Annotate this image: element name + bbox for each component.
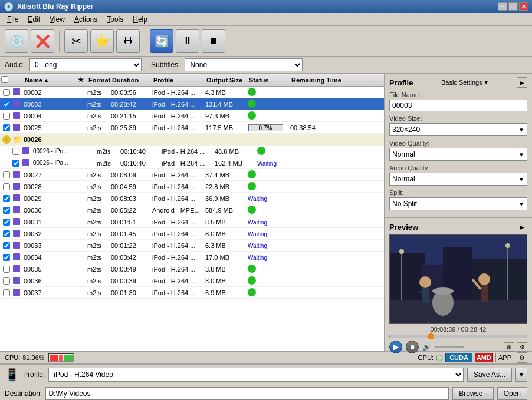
row-status: [248, 100, 290, 109]
audioquality-select[interactable]: Normal ▼: [389, 173, 527, 186]
preview-title: Preview: [389, 223, 418, 232]
row-checkbox[interactable]: [12, 148, 19, 155]
browse-button[interactable]: Browse -: [452, 387, 493, 400]
row-checkbox[interactable]: [3, 113, 10, 120]
list-item[interactable]: 00034 m2ts 00:03:42 iPod - H.264 ... 17.…: [0, 252, 384, 263]
list-item[interactable]: 00002 m2ts 00:00:56 iPod - H.264 ... 4.3…: [0, 87, 384, 98]
row-profile: iPod - H.264 ...: [152, 242, 205, 249]
list-item[interactable]: 00027 m2ts 00:08:09 iPod - H.264 ... 37.…: [0, 169, 384, 181]
menu-tools[interactable]: Tools: [102, 14, 128, 25]
preview-expand-button[interactable]: ▶: [517, 222, 527, 232]
remove-button[interactable]: ❌: [31, 29, 54, 53]
row-checkbox[interactable]: [3, 230, 10, 237]
row-checkbox[interactable]: [3, 242, 10, 249]
close-button[interactable]: ✕: [519, 2, 528, 11]
stop-button[interactable]: ⏹: [202, 29, 225, 53]
open-button[interactable]: Open: [497, 387, 527, 400]
app-button[interactable]: APP: [495, 353, 514, 362]
svg-point-11: [432, 287, 454, 295]
videosize-select[interactable]: 320×240 ▼: [389, 123, 527, 136]
effects-button[interactable]: ⭐: [90, 29, 114, 53]
list-item[interactable]: 00037 m2ts 00:01:30 iPod - H.264 ... 6.9…: [0, 287, 384, 299]
audio-select[interactable]: 0 - eng: [29, 58, 142, 71]
menu-edit[interactable]: Edit: [23, 14, 45, 25]
restore-button[interactable]: □: [508, 2, 518, 11]
stop-btn[interactable]: ■: [406, 341, 419, 353]
row-checkbox[interactable]: [3, 266, 10, 273]
subtitle-select[interactable]: None: [185, 58, 303, 71]
film-icon: [13, 253, 20, 260]
timeline-knob[interactable]: [428, 333, 434, 339]
list-item[interactable]: 00035 m2ts 00:00:49 iPod - H.264 ... 3.8…: [0, 263, 384, 275]
destination-input[interactable]: [45, 387, 449, 400]
cut-button[interactable]: ✂: [64, 29, 88, 53]
row-checkbox[interactable]: [3, 219, 10, 226]
convert-button[interactable]: 🔄: [150, 29, 173, 53]
cuda-button[interactable]: CUDA: [445, 353, 472, 362]
row-duration: 00:28:42: [111, 101, 152, 108]
profilebar-select[interactable]: iPod - H.264 Video: [48, 368, 464, 382]
menu-file[interactable]: File: [2, 14, 23, 25]
list-item[interactable]: 00031 m2ts 00:01:51 iPod - H.264 ... 8.5…: [0, 216, 384, 228]
menu-view[interactable]: View: [45, 14, 70, 25]
list-item[interactable]: 00033 m2ts 00:01:22 iPod - H.264 ... 6.3…: [0, 240, 384, 252]
row-checkbox[interactable]: [3, 195, 10, 202]
pause-button[interactable]: ⏸: [176, 29, 199, 53]
row-checkbox[interactable]: [3, 183, 10, 190]
list-item[interactable]: 00030 m2ts 00:05:22 Android - MPE... 584…: [0, 204, 384, 216]
film-icon: [13, 265, 20, 272]
row-duration: 00:03:42: [111, 254, 152, 261]
settings-preview-button[interactable]: ⚙: [517, 342, 527, 352]
list-item[interactable]: 00032 m2ts 00:01:45 iPod - H.264 ... 8.0…: [0, 228, 384, 240]
basic-settings-button[interactable]: Basic Settings ▼: [441, 79, 489, 86]
row-checkbox[interactable]: [12, 160, 19, 167]
list-item[interactable]: 00036 m2ts 00:00:39 iPod - H.264 ... 3.0…: [0, 275, 384, 287]
preview-timeline[interactable]: [389, 335, 527, 338]
menu-help[interactable]: Help: [128, 14, 152, 25]
header-name[interactable]: Name ▲: [25, 77, 78, 84]
list-item[interactable]: 00026 - iPa... m2ts 00:10:40 iPad - H.26…: [0, 157, 384, 169]
list-item[interactable]: 00026 - iPo... m2ts 00:10:40 iPod - H.26…: [0, 146, 384, 157]
row-checkbox[interactable]: [3, 207, 10, 214]
volume-slider[interactable]: [435, 346, 464, 348]
svg-rect-8: [422, 288, 429, 303]
split-select[interactable]: No Split ▼: [389, 197, 527, 210]
menu-actions[interactable]: Actions: [70, 14, 102, 25]
list-item[interactable]: 00029 m2ts 00:08:03 iPod - H.264 ... 36.…: [0, 193, 384, 204]
list-item[interactable]: 00025 m2ts 00:25:39 iPod - H.264 ... 117…: [0, 122, 384, 134]
row-profile: iPod - H.264 ...: [152, 89, 205, 96]
row-duration: 00:01:45: [111, 230, 152, 237]
filename-input[interactable]: [389, 100, 527, 111]
gpu-settings-button[interactable]: ⚙: [517, 352, 527, 363]
row-checkbox[interactable]: [3, 254, 10, 261]
save-as-dropdown-button[interactable]: ▼: [515, 368, 527, 382]
row-checkbox[interactable]: [3, 89, 10, 96]
row-status-waiting: Waiting: [257, 160, 300, 167]
row-checkbox[interactable]: [3, 289, 10, 296]
list-item-group[interactable]: ↓ 📁 00026: [0, 134, 384, 146]
sort-arrow-icon: ▲: [44, 77, 49, 83]
list-item[interactable]: 00004 m2ts 00:21:15 iPod - H.264 ... 97.…: [0, 110, 384, 122]
play-button[interactable]: ▶: [389, 341, 402, 353]
cpu-status-bar: CPU: 81.06% GPU: ⬡ CUDA AMD APP ⚙: [0, 351, 532, 364]
clip-button[interactable]: 🎞: [116, 29, 140, 53]
open-disc-button[interactable]: 💿: [5, 29, 28, 53]
profile-expand-button[interactable]: ▶: [517, 77, 527, 88]
save-as-button[interactable]: Save As...: [467, 368, 512, 382]
row-checkbox[interactable]: [3, 124, 10, 131]
row-checkbox[interactable]: [3, 277, 10, 285]
videoquality-select[interactable]: Normal ▼: [389, 148, 527, 161]
list-item[interactable]: 00028 m2ts 00:04:59 iPod - H.264 ... 22.…: [0, 181, 384, 193]
minimize-button[interactable]: ─: [498, 2, 507, 11]
row-outsize: 162.4 MB: [215, 160, 257, 167]
row-format: m2ts: [87, 89, 111, 96]
list-item[interactable]: 00003 m2ts 00:28:42 iPod - H.264 ... 131…: [0, 98, 384, 110]
row-checkbox[interactable]: [3, 171, 10, 178]
amd-button[interactable]: AMD: [475, 353, 493, 362]
film-icon: [13, 183, 20, 190]
screenshot-button[interactable]: ⊞: [504, 342, 514, 352]
profile-section: Profile Basic Settings ▼ ▶ File Name: Vi…: [385, 74, 532, 218]
select-all-checkbox[interactable]: [1, 76, 8, 83]
row-checkbox[interactable]: [3, 101, 10, 108]
row-profile: iPod - H.264 ...: [152, 266, 205, 273]
